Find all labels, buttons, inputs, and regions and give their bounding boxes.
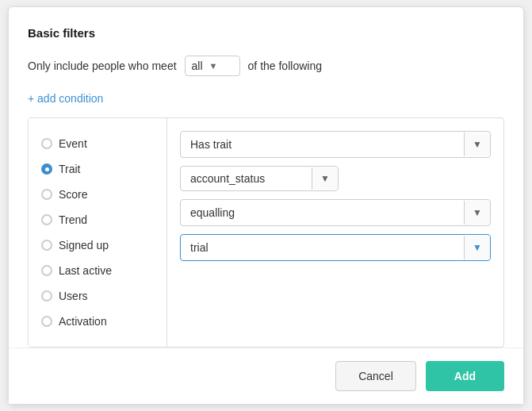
modal-container: Basic filters Only include people who me… [8,6,524,405]
sidebar-label-users: Users [59,290,88,302]
type-dropdown-value: Has trait [181,132,464,157]
trait-chevron-icon: ▼ [312,167,338,190]
all-select-value: all [192,60,203,72]
radio-trait [41,163,52,175]
radio-score [41,189,52,200]
condition-dropdown-value: equalling [181,200,464,225]
trait-dropdown-value: account_status [181,167,312,190]
value-chevron-icon: ▼ [464,236,490,259]
all-chevron-icon: ▼ [209,61,218,71]
main-panel: Has trait ▼ account_status ▼ equalling ▼… [167,118,503,347]
radio-last-active [41,265,52,276]
sidebar-label-score: Score [59,188,88,201]
type-dropdown[interactable]: Has trait ▼ [180,131,491,158]
filter-type-sidebar: EventTraitScoreTrendSigned upLast active… [29,118,167,347]
section-title: Basic filters [28,26,504,40]
filter-suffix-text: of the following [248,60,322,72]
trait-dropdown[interactable]: account_status ▼ [180,166,339,191]
radio-trend [41,214,52,225]
type-chevron-icon: ▼ [464,133,490,156]
sidebar-item-trait[interactable]: Trait [29,156,166,182]
sidebar-item-last-active[interactable]: Last active [29,258,166,283]
sidebar-item-score[interactable]: Score [29,182,166,207]
sidebar-label-trend: Trend [59,213,87,226]
action-row: Cancel Add [9,348,523,404]
value-dropdown[interactable]: trial ▼ [180,234,491,261]
cancel-button[interactable]: Cancel [335,361,416,391]
radio-event [41,138,52,149]
radio-users [41,290,52,302]
sidebar-label-event: Event [59,137,87,150]
sidebar-item-event[interactable]: Event [29,131,166,156]
sidebar-item-users[interactable]: Users [29,283,166,309]
condition-dropdown[interactable]: equalling ▼ [180,199,491,226]
condition-panel: EventTraitScoreTrendSigned upLast active… [28,117,504,348]
sidebar-item-trend[interactable]: Trend [29,207,166,232]
sidebar-item-signed-up[interactable]: Signed up [29,232,166,258]
sidebar-item-activation[interactable]: Activation [29,309,166,334]
radio-signed-up [41,240,52,251]
add-condition-link[interactable]: + add condition [28,92,103,105]
all-select-dropdown[interactable]: all ▼ [185,56,240,76]
filter-intro-row: Only include people who meet all ▼ of th… [28,56,504,76]
condition-chevron-icon: ▼ [464,201,490,225]
sidebar-label-signed-up: Signed up [59,239,109,252]
sidebar-label-last-active: Last active [59,264,112,277]
value-dropdown-value: trial [181,235,464,260]
add-button[interactable]: Add [426,361,504,391]
sidebar-label-activation: Activation [59,315,107,328]
radio-activation [41,316,52,327]
sidebar-label-trait: Trait [59,163,80,175]
filter-intro-text: Only include people who meet [28,60,177,72]
